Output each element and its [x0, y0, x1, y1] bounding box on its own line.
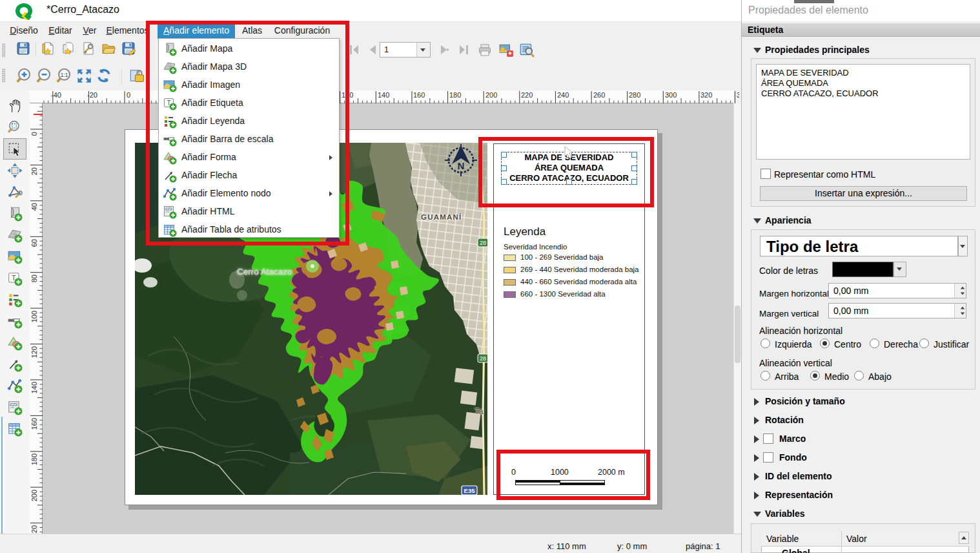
svg-text:N: N	[458, 160, 465, 171]
svg-text:-40: -40	[51, 91, 61, 99]
svg-text:180: 180	[30, 454, 38, 465]
svg-text:80: 80	[30, 275, 38, 282]
svg-text:180: 180	[449, 91, 461, 99]
svg-text:20: 20	[30, 167, 38, 175]
svg-text:100: 100	[30, 311, 38, 322]
svg-text:28: 28	[480, 240, 486, 246]
svg-text:340: 340	[737, 91, 739, 99]
svg-text:200: 200	[485, 91, 497, 99]
svg-text:260: 260	[593, 91, 605, 99]
svg-text:320: 320	[700, 91, 712, 99]
svg-text:Ta: Ta	[475, 406, 484, 416]
svg-text:220: 220	[30, 525, 38, 534]
svg-text:</>: </>	[9, 402, 17, 408]
svg-text:160: 160	[30, 418, 38, 430]
svg-text:0: 0	[30, 132, 38, 136]
svg-text:0: 0	[127, 91, 130, 99]
svg-text:-20: -20	[87, 91, 97, 99]
svg-text:28: 28	[480, 355, 486, 362]
svg-text:GUAMANÍ: GUAMANÍ	[421, 213, 462, 221]
svg-text:140: 140	[378, 91, 389, 99]
svg-text:Cerro Atacazo: Cerro Atacazo	[237, 267, 292, 276]
svg-text:240: 240	[557, 91, 569, 99]
svg-text:40: 40	[30, 203, 38, 211]
svg-text:300: 300	[665, 91, 677, 99]
svg-text:220: 220	[521, 91, 533, 99]
svg-text:280: 280	[629, 91, 640, 99]
svg-text:160: 160	[413, 91, 425, 99]
svg-text:120: 120	[30, 346, 38, 358]
svg-text:E35: E35	[464, 487, 476, 494]
svg-text:200: 200	[30, 490, 38, 501]
svg-text:140: 140	[30, 382, 38, 393]
svg-text:60: 60	[30, 239, 38, 247]
svg-text:1:1: 1:1	[61, 72, 68, 78]
